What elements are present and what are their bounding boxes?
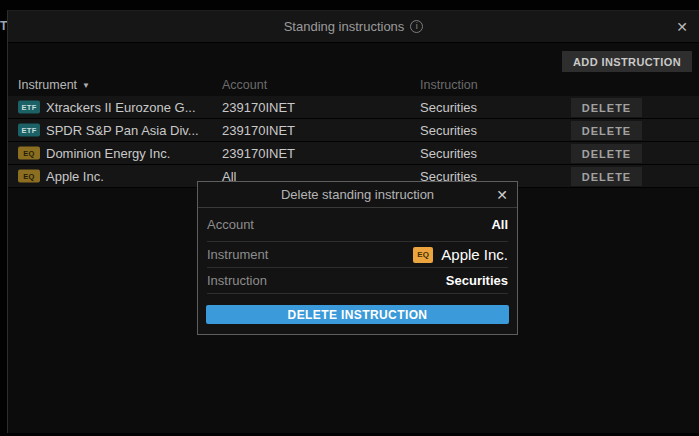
field-value: Apple Inc.: [441, 246, 508, 263]
delete-button[interactable]: DELETE: [571, 167, 642, 186]
delete-instruction-button[interactable]: DELETE INSTRUCTION: [206, 305, 509, 324]
column-header-account[interactable]: Account: [222, 78, 267, 92]
table-row: ETF Xtrackers II Eurozone G... 239170INE…: [8, 96, 699, 119]
instructions-table: ETF Xtrackers II Eurozone G... 239170INE…: [8, 96, 699, 188]
instruction-cell: Securities: [420, 96, 477, 119]
modal-close-icon[interactable]: ✕: [496, 187, 508, 203]
delete-standing-instruction-modal: Delete standing instruction ✕ Account Al…: [197, 181, 518, 335]
column-header-instrument[interactable]: Instrument▼: [18, 78, 90, 92]
delete-button[interactable]: DELETE: [571, 121, 642, 140]
modal-field-instruction: Instruction Securities: [207, 268, 508, 294]
screen: TP Standing instructions i ✕ ADD INSTRUC…: [0, 0, 699, 436]
modal-field-instrument: Instrument EQ Apple Inc.: [207, 242, 508, 268]
instrument-type-badge-etf: ETF: [18, 101, 40, 114]
account-cell: 239170INET: [222, 96, 295, 119]
instruction-cell: Securities: [420, 119, 477, 142]
info-icon[interactable]: i: [410, 20, 423, 33]
column-header-instruction[interactable]: Instruction: [420, 78, 478, 92]
add-instruction-button[interactable]: ADD INSTRUCTION: [562, 51, 692, 72]
instrument-name: SPDR S&P Pan Asia Div...: [46, 119, 199, 142]
field-label: Instrument: [207, 247, 268, 262]
panel-close-icon[interactable]: ✕: [676, 19, 688, 35]
field-label: Account: [207, 217, 254, 232]
instrument-type-badge-eq: EQ: [18, 170, 40, 183]
panel-titlebar: Standing instructions i ✕: [8, 11, 699, 43]
instrument-name: Apple Inc.: [46, 165, 104, 188]
delete-button[interactable]: DELETE: [571, 98, 642, 117]
modal-fields: Account All Instrument EQ Apple Inc. Ins…: [198, 208, 517, 294]
instrument-type-badge-eq: EQ: [18, 147, 40, 160]
delete-button[interactable]: DELETE: [571, 144, 642, 163]
account-cell: 239170INET: [222, 142, 295, 165]
field-value-group: EQ Apple Inc.: [413, 246, 508, 263]
modal-field-account: Account All: [207, 208, 508, 242]
account-cell: 239170INET: [222, 119, 295, 142]
field-label: Instruction: [207, 273, 267, 288]
instrument-type-badge-eq: EQ: [413, 247, 433, 263]
field-value: All: [491, 217, 508, 232]
panel-title: Standing instructions: [284, 19, 405, 34]
table-row: EQ Dominion Energy Inc. 239170INET Secur…: [8, 142, 699, 165]
table-header: Instrument▼ Account Instruction: [8, 78, 699, 95]
background-text-fragment: TP: [0, 19, 7, 35]
modal-title: Delete standing instruction: [281, 187, 434, 202]
instrument-name: Dominion Energy Inc.: [46, 142, 170, 165]
sort-desc-icon: ▼: [82, 81, 90, 90]
instruction-cell: Securities: [420, 142, 477, 165]
column-header-instrument-label: Instrument: [18, 78, 77, 92]
instrument-type-badge-etf: ETF: [18, 124, 40, 137]
instrument-name: Xtrackers II Eurozone G...: [46, 96, 196, 119]
table-row: ETF SPDR S&P Pan Asia Div... 239170INET …: [8, 119, 699, 142]
field-value: Securities: [446, 273, 508, 288]
modal-header: Delete standing instruction ✕: [198, 182, 517, 208]
